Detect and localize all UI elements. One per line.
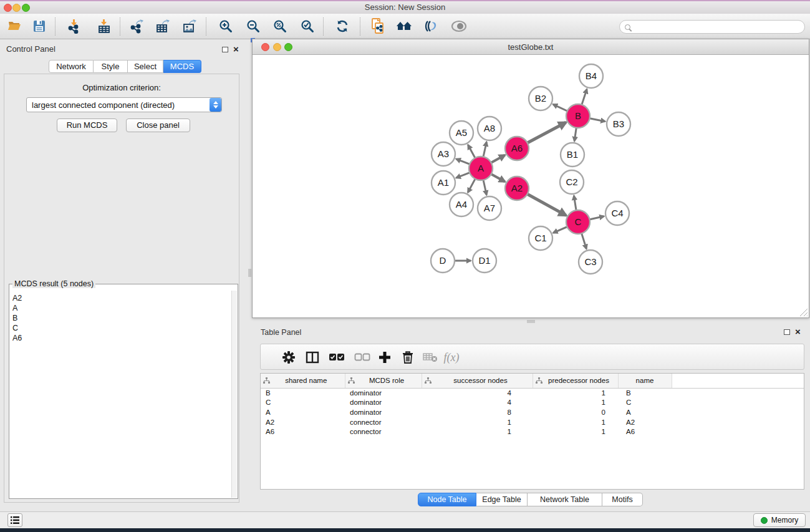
close-table-panel-icon[interactable]: × (795, 329, 801, 335)
minimize-traffic-light-icon[interactable] (12, 4, 21, 12)
vizmapper-eye-icon[interactable] (423, 18, 439, 34)
open-session-icon[interactable] (6, 18, 22, 34)
table-cell-filler (672, 388, 804, 398)
col-header-predecessor-nodes[interactable]: predecessor nodes (533, 374, 618, 388)
export-network-icon[interactable] (128, 18, 145, 34)
table-cell[interactable]: 4 (422, 398, 533, 408)
close-panel-button[interactable]: Close panel (126, 118, 190, 132)
mcds-result-item[interactable]: A6 (12, 333, 231, 343)
table-cell[interactable]: A (618, 407, 672, 417)
col-header-mcds-role[interactable]: MCDS role (345, 374, 422, 388)
table-cell[interactable]: A6 (618, 427, 672, 437)
table-options-gear-icon[interactable] (281, 349, 297, 365)
network-zoom-icon[interactable] (284, 43, 292, 51)
table-cell[interactable]: dominator (345, 388, 422, 398)
graph-node-label: A7 (484, 203, 495, 213)
table-row[interactable]: Bdominator41B (261, 388, 804, 398)
status-bar (0, 511, 810, 528)
close-traffic-light-icon[interactable] (4, 4, 12, 12)
table-cell[interactable]: C (618, 398, 672, 408)
table-cell[interactable]: A2 (261, 417, 345, 427)
optimization-criterion-select[interactable]: largest connected component (directed) (26, 97, 222, 112)
col-header-successor-nodes[interactable]: successor nodes (422, 374, 533, 388)
tab-network-table[interactable]: Network Table (528, 493, 602, 506)
function-builder-icon[interactable]: f(x) (443, 349, 460, 365)
run-mcds-button[interactable]: Run MCDS (57, 118, 117, 132)
zoom-out-icon[interactable] (245, 18, 261, 34)
clone-network-icon[interactable] (370, 18, 386, 34)
table-cell[interactable]: 1 (422, 427, 533, 437)
tab-node-table[interactable]: Node Table (418, 493, 476, 506)
app-title: Session: New Session (0, 1, 810, 14)
mcds-result-item[interactable]: C (12, 323, 231, 333)
table-cell[interactable]: 4 (422, 388, 533, 398)
network-graph[interactable]: B4B2BB3A8A5A6A3B1AA1C2A2A4A7C4CC1C3DD1 (253, 55, 809, 317)
desktop-scroll-tick (248, 269, 251, 277)
attribute-icon (348, 377, 355, 384)
table-cell[interactable]: 0 (533, 407, 618, 417)
network-window-title: testGlobe.txt (253, 39, 809, 55)
table-cell[interactable]: 8 (422, 407, 533, 417)
network-minimize-icon[interactable] (273, 43, 281, 51)
zoom-fit-icon[interactable] (272, 18, 288, 34)
home-icon[interactable] (396, 18, 412, 34)
network-window-titlebar[interactable]: testGlobe.txt (253, 39, 809, 55)
network-close-icon[interactable] (261, 43, 269, 51)
network-canvas[interactable]: B4B2BB3A8A5A6A3B1AA1C2A2A4A7C4CC1C3DD1 (253, 55, 809, 317)
import-table-icon[interactable] (96, 18, 112, 34)
table-cell[interactable]: 1 (422, 417, 533, 427)
tab-edge-table[interactable]: Edge Table (476, 493, 528, 506)
select-all-columns-icon[interactable] (329, 349, 345, 365)
table-cell[interactable]: C (261, 398, 345, 408)
table-cell[interactable]: B (261, 388, 345, 398)
table-cell[interactable]: A6 (261, 427, 345, 437)
search-input[interactable] (619, 20, 805, 34)
table-cell[interactable]: dominator (345, 398, 422, 408)
table-row[interactable]: A2connector11A2 (261, 417, 804, 427)
delete-table-icon[interactable] (422, 349, 438, 365)
table-cell[interactable]: dominator (345, 407, 422, 417)
table-cell[interactable]: A2 (618, 417, 672, 427)
export-image-icon[interactable] (181, 18, 198, 34)
add-column-icon[interactable] (377, 349, 393, 365)
table-cell[interactable]: 1 (533, 388, 618, 398)
delete-columns-trash-icon[interactable] (400, 349, 416, 365)
mcds-result-list[interactable]: A2ABCA6 (10, 291, 231, 498)
mcds-result-item[interactable]: B (12, 313, 231, 323)
zoom-selected-icon[interactable] (299, 18, 316, 34)
table-cell[interactable]: 1 (533, 417, 618, 427)
save-session-icon[interactable] (31, 18, 47, 34)
tab-select[interactable]: Select (128, 60, 163, 73)
mcds-result-item[interactable]: A (12, 303, 231, 313)
float-table-panel-icon[interactable] (784, 329, 790, 335)
show-columns-icon[interactable] (304, 349, 321, 365)
table-row[interactable]: Cdominator41C (261, 398, 804, 408)
table-row[interactable]: A6connector11A6 (261, 427, 804, 437)
tab-motifs[interactable]: Motifs (602, 493, 643, 506)
memory-button[interactable]: Memory (753, 513, 806, 527)
table-cell[interactable]: A (261, 407, 345, 417)
mcds-result-item[interactable]: A2 (12, 293, 231, 303)
tab-network[interactable]: Network (49, 60, 94, 73)
result-scrollbar[interactable] (231, 291, 237, 498)
export-table-icon[interactable] (155, 18, 171, 34)
table-cell[interactable]: connector (345, 417, 422, 427)
table-cell[interactable]: 1 (533, 427, 618, 437)
tab-style[interactable]: Style (94, 60, 128, 73)
table-row[interactable]: Adominator80A (261, 407, 804, 417)
zoom-traffic-light-icon[interactable] (22, 4, 30, 12)
refresh-view-icon[interactable] (334, 18, 350, 34)
table-cell[interactable]: connector (345, 427, 422, 437)
col-header-shared-name[interactable]: shared name (261, 374, 345, 388)
table-cell[interactable]: B (618, 388, 672, 398)
task-history-button[interactable] (7, 513, 22, 527)
zoom-in-icon[interactable] (218, 18, 234, 34)
table-cell[interactable]: 1 (533, 398, 618, 408)
import-network-icon[interactable] (66, 18, 82, 34)
unselect-all-columns-icon[interactable] (354, 349, 370, 365)
float-panel-icon[interactable] (222, 47, 228, 52)
col-header-name[interactable]: name (618, 374, 672, 388)
close-panel-icon[interactable]: × (233, 46, 239, 52)
tab-mcds[interactable]: MCDS (163, 60, 201, 73)
show-graphics-details-icon[interactable] (451, 18, 467, 34)
